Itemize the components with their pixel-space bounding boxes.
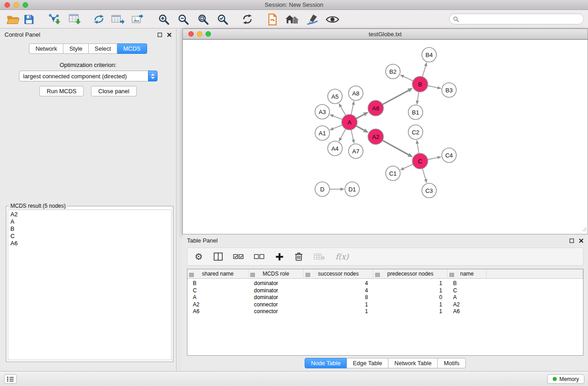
graph-edge-A-A5[interactable] (341, 107, 346, 116)
memory-button[interactable]: Memory (547, 374, 584, 384)
graph-edge-A-A3[interactable] (333, 116, 342, 119)
open-session-button[interactable] (5, 12, 21, 27)
function-builder-button[interactable]: f(x) (335, 252, 349, 261)
network-zoom-button[interactable] (206, 31, 211, 37)
graph-edge-A-A6[interactable] (356, 114, 364, 119)
table-cell: B (187, 279, 249, 287)
graph-edge-C-C1[interactable] (404, 164, 413, 168)
apply-layout-button[interactable] (264, 12, 281, 27)
table-row[interactable]: Bdominator41B (187, 279, 583, 287)
task-history-button[interactable] (4, 374, 17, 384)
open-folder-icon (6, 14, 19, 25)
graph-edge-A6-B[interactable] (382, 91, 409, 105)
zoom-in-button[interactable] (156, 12, 172, 27)
create-column-button[interactable] (275, 253, 284, 261)
table-row[interactable]: A6connector11A6 (187, 308, 583, 315)
columns-icon (214, 253, 223, 261)
delete-columns-button[interactable] (294, 252, 303, 261)
tab-mcds[interactable]: MCDS (117, 43, 147, 54)
node-table[interactable]: shared nameMCDS rolesuccessor nodesprede… (187, 269, 583, 356)
result-item: A6 (10, 240, 169, 247)
graph-edge-A-A1[interactable] (333, 125, 342, 129)
graph-edge-C-C2[interactable] (417, 144, 419, 154)
table-cell-filler (487, 279, 583, 287)
result-item: A (10, 218, 169, 225)
tab-select[interactable]: Select (89, 43, 117, 54)
close-panel-button[interactable] (167, 33, 172, 37)
select-all-columns-button[interactable] (233, 254, 244, 259)
zoom-selected-button[interactable] (215, 12, 231, 27)
column-header-successor-nodes[interactable]: successor nodes (304, 269, 373, 279)
graph-edge-A-A2[interactable] (356, 126, 364, 130)
close-window-button[interactable] (5, 2, 10, 8)
tab-node-table[interactable]: Node Table (305, 358, 347, 368)
home-neighbors-button[interactable] (284, 12, 301, 27)
graph-node-label: A7 (352, 148, 359, 155)
column-header-mcds-role[interactable]: MCDS role (249, 269, 304, 279)
unselect-all-columns-button[interactable] (254, 254, 264, 259)
close-panel-action-button[interactable]: Close panel (91, 86, 137, 96)
show-columns-button[interactable] (214, 253, 223, 261)
optimization-criterion-select[interactable]: largest connected component (directed) (19, 71, 158, 81)
graph-edge-arrowhead (400, 167, 405, 170)
import-table-button[interactable] (67, 12, 83, 27)
zoom-fit-button[interactable] (195, 12, 211, 27)
mcds-result-list[interactable]: A2ABCA6 (8, 210, 172, 360)
graph-node-label: C3 (425, 187, 433, 194)
graph-edge-C-C3[interactable] (422, 168, 425, 179)
network-window-controls (188, 31, 211, 37)
run-mcds-button[interactable]: Run MCDS (39, 86, 84, 96)
graph-edge-B-B2[interactable] (404, 76, 413, 81)
resize-grip-icon[interactable] (582, 225, 587, 234)
graph-edge-A2-C[interactable] (382, 140, 409, 155)
table-row[interactable]: Adominator80A (187, 294, 583, 301)
column-header-predecessor-nodes[interactable]: predecessor nodes (373, 269, 448, 279)
checked-boxes-icon (233, 254, 244, 259)
column-header-name[interactable]: name (448, 269, 487, 279)
graph-node-label: A4 (331, 145, 339, 152)
graph-edge-A-A8[interactable] (351, 105, 354, 114)
memory-status-dot (553, 377, 557, 381)
tab-motifs[interactable]: Motifs (438, 358, 466, 368)
zoom-window-button[interactable] (23, 2, 28, 8)
minimize-window-button[interactable] (14, 2, 19, 8)
table-settings-button[interactable]: ⚙ (194, 252, 203, 261)
style-brush-button[interactable] (304, 12, 320, 27)
delete-table-button[interactable] (314, 253, 325, 260)
save-session-button[interactable] (21, 12, 37, 27)
graph-edge-A-A4[interactable] (341, 129, 346, 138)
float-panel-button[interactable] (158, 33, 162, 37)
column-header-shared-name[interactable]: shared name (187, 269, 249, 279)
table-cell: dominator (249, 294, 304, 301)
refresh-view-button[interactable] (239, 12, 255, 27)
graph-edge-B-B3[interactable] (428, 86, 438, 87)
table-row[interactable]: Cdominator41C (187, 287, 583, 295)
graph-edge-B-B1[interactable] (417, 92, 419, 101)
search-input[interactable] (461, 16, 580, 23)
zoom-out-button[interactable] (175, 12, 191, 27)
export-image-button[interactable] (129, 12, 146, 27)
export-table-button[interactable] (110, 12, 126, 27)
graph-edge-C-C4[interactable] (428, 157, 438, 159)
search-box[interactable] (449, 14, 584, 24)
network-minimize-button[interactable] (197, 31, 202, 37)
graph-edge-A-A7[interactable] (351, 130, 354, 140)
tab-network-table[interactable]: Network Table (388, 358, 438, 368)
network-canvas-area[interactable]: B4B2BB3A5A8A6B1A3AC2A1A2A4A7CC4C1C3DD1 (183, 39, 588, 234)
tab-network[interactable]: Network (29, 43, 63, 54)
import-network-button[interactable] (46, 12, 62, 27)
network-view-window: testGlobe.txt B4B2BB3A5A8A6B1A3AC2A1A2A4… (182, 29, 588, 234)
control-panel: Control Panel NetworkStyleSelectMCDS Opt… (0, 29, 177, 371)
network-window-titlebar[interactable]: testGlobe.txt (183, 29, 588, 39)
tab-style[interactable]: Style (63, 43, 89, 54)
show-hide-details-button[interactable] (324, 12, 340, 27)
graph-edge-B-B4[interactable] (422, 66, 425, 77)
table-row[interactable]: A2connector11A2 (187, 301, 583, 309)
result-item: B (10, 225, 169, 233)
close-table-panel-button[interactable] (579, 238, 583, 243)
network-canvas[interactable]: B4B2BB3A5A8A6B1A3AC2A1A2A4A7CC4C1C3DD1 (183, 40, 588, 234)
export-network-button[interactable] (91, 12, 107, 27)
network-close-button[interactable] (188, 31, 194, 37)
float-table-panel-button[interactable] (569, 238, 574, 243)
tab-edge-table[interactable]: Edge Table (347, 358, 388, 368)
